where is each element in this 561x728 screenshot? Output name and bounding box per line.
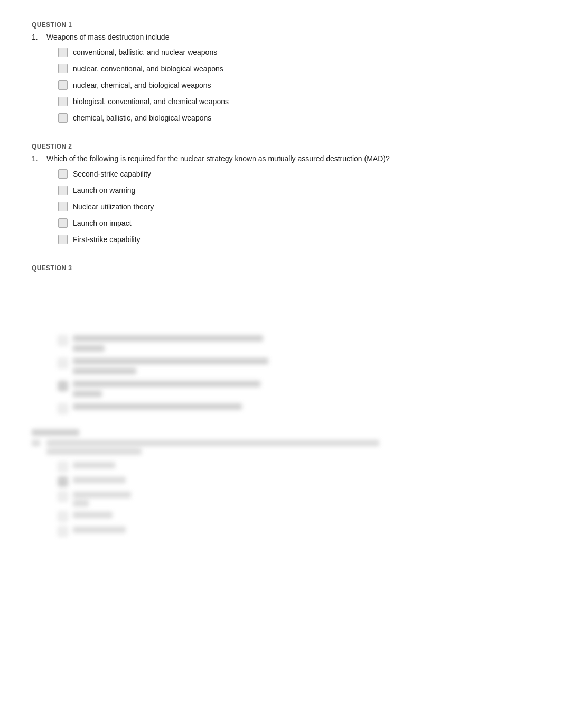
q3-blurred-text-a: [73, 335, 263, 354]
q1-option-a[interactable]: conventional, ballistic, and nuclear wea…: [58, 47, 529, 58]
q1-option-a-text: conventional, ballistic, and nuclear wea…: [73, 47, 217, 58]
q2-checkbox-d[interactable]: [58, 218, 68, 228]
q1-checkbox-e[interactable]: [58, 113, 68, 123]
q4-blurred-text-c2: [73, 500, 89, 506]
q2-option-b-text: Launch on warning: [73, 185, 135, 196]
question-4-blurred-options: [58, 462, 529, 536]
q4-blurred-opt-d: [58, 512, 529, 521]
q2-option-d-text: Launch on impact: [73, 218, 132, 229]
question-4-blurred-label: [32, 429, 79, 436]
q3-blurred-option-a: [58, 335, 529, 354]
q2-option-e-text: First-strike capability: [73, 234, 141, 245]
q4-blurred-cb-a: [58, 462, 68, 472]
q2-option-b[interactable]: Launch on warning: [58, 185, 529, 196]
q4-blurred-text-a: [73, 462, 115, 468]
question-4-blurred-row: [32, 440, 529, 457]
q1-option-c[interactable]: nuclear, chemical, and biological weapon…: [58, 80, 529, 91]
question-1-number: 1.: [32, 32, 46, 41]
q3-blurred-text-b: [73, 358, 268, 376]
q4-blurred-opt-c: [58, 492, 529, 506]
q4-blurred-cb-d: [58, 512, 68, 521]
q1-option-e-text: chemical, ballistic, and biological weap…: [73, 113, 211, 124]
q3-blurred-checkbox-c: [58, 381, 68, 391]
q2-checkbox-b[interactable]: [58, 186, 68, 195]
question-3-blurred-content: [32, 335, 529, 536]
question-1-section: QUESTION 1 1. Weapons of mass destructio…: [32, 21, 529, 124]
q2-checkbox-a[interactable]: [58, 169, 68, 179]
q1-checkbox-a[interactable]: [58, 48, 68, 57]
question-4-blurred-section: [32, 429, 529, 536]
q1-option-b-text: nuclear, conventional, and biological we…: [73, 63, 223, 75]
q4-blurred-text-e: [73, 527, 126, 533]
question-3-blurred-options: [58, 335, 529, 413]
question-1-text: Weapons of mass destruction include: [46, 32, 529, 43]
question-2-number: 1.: [32, 153, 46, 163]
q1-option-d[interactable]: biological, conventional, and chemical w…: [58, 96, 529, 107]
q4-blurred-text-c-block: [73, 492, 131, 506]
question-2-row: 1. Which of the following is required fo…: [32, 153, 529, 164]
q3-blurred-text-c: [73, 381, 260, 399]
q4-blurred-text-c1: [73, 492, 131, 498]
q4-blurred-cb-e: [58, 527, 68, 536]
q3-blurred-checkbox-a: [58, 336, 68, 345]
q1-option-e[interactable]: chemical, ballistic, and biological weap…: [58, 113, 529, 124]
q2-option-e[interactable]: First-strike capability: [58, 234, 529, 245]
question-3-label: QUESTION 3: [32, 264, 529, 272]
q2-option-d[interactable]: Launch on impact: [58, 218, 529, 229]
q4-blurred-opt-a: [58, 462, 529, 472]
q4-blurred-cb-c: [58, 492, 68, 501]
q2-option-a[interactable]: Second-strike capability: [58, 169, 529, 180]
q1-checkbox-d[interactable]: [58, 97, 68, 106]
q1-option-c-text: nuclear, chemical, and biological weapon…: [73, 80, 211, 91]
q3-blurred-checkbox-d: [58, 404, 68, 413]
q3-blurred-option-c: [58, 381, 529, 399]
question-1-options: conventional, ballistic, and nuclear wea…: [58, 47, 529, 124]
q3-blurred-checkbox-b: [58, 358, 68, 368]
question-1-label: QUESTION 1: [32, 21, 529, 29]
q1-checkbox-c[interactable]: [58, 80, 68, 90]
q4-blurred-cb-b: [58, 477, 68, 486]
question-3-section: QUESTION 3: [32, 264, 529, 536]
q1-checkbox-b[interactable]: [58, 64, 68, 73]
question-2-text: Which of the following is required for t…: [46, 153, 529, 164]
q3-blurred-text-d: [73, 403, 242, 412]
q1-option-d-text: biological, conventional, and chemical w…: [73, 96, 229, 107]
question-2-options: Second-strike capability Launch on warni…: [58, 169, 529, 245]
q3-blurred-option-d: [58, 403, 529, 413]
q4-blurred-opt-b: [58, 477, 529, 486]
question-4-blurred-num: [32, 440, 46, 457]
q1-option-b[interactable]: nuclear, conventional, and biological we…: [58, 63, 529, 75]
question-2-section: QUESTION 2 1. Which of the following is …: [32, 143, 529, 245]
q3-blurred-option-b: [58, 358, 529, 376]
question-2-label: QUESTION 2: [32, 143, 529, 150]
q4-blurred-text-b: [73, 477, 126, 483]
q2-option-c[interactable]: Nuclear utilization theory: [58, 201, 529, 213]
question-1-row: 1. Weapons of mass destruction include: [32, 32, 529, 43]
q2-checkbox-c[interactable]: [58, 202, 68, 211]
q4-blurred-opt-e: [58, 527, 529, 536]
q4-blurred-text-d: [73, 512, 113, 518]
question-4-blurred-text: [46, 440, 529, 457]
q2-option-c-text: Nuclear utilization theory: [73, 201, 154, 213]
q2-checkbox-e[interactable]: [58, 235, 68, 244]
q2-option-a-text: Second-strike capability: [73, 169, 151, 180]
